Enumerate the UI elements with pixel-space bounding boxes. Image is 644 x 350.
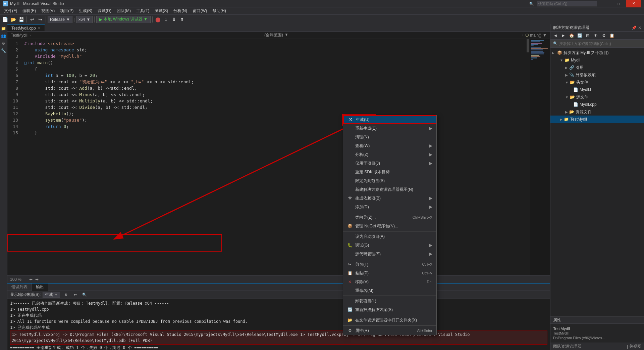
step-out-button[interactable]: ⬆ [178, 16, 186, 23]
context-unload[interactable]: 卸载项目(L) [343, 297, 436, 305]
context-new-view[interactable]: 新建解决方案资源管理器视图(N) [343, 185, 436, 194]
tree-mydll-label: Mydll [571, 58, 580, 62]
context-nuget[interactable]: 📦 管理 NuGet 程序包(N)... [343, 222, 436, 230]
se-home-button[interactable]: 🏠 [568, 32, 575, 39]
tree-external-deps[interactable]: ▶ 📎 外部依赖项 [550, 71, 644, 79]
context-build-deps[interactable]: ⚒ 生成依赖项(B) ▶ [343, 194, 436, 203]
solution-search-input[interactable] [559, 42, 641, 46]
tab-close-icon[interactable]: ✕ [38, 26, 41, 30]
tree-resources[interactable]: ▶ 📂 资源文件 [550, 108, 644, 116]
tree-solution-root[interactable]: ▶ 📦 解决方案'Mydll'(2 个项目) [550, 49, 644, 56]
tree-mydllcpp[interactable]: 📄 Mydll.cpp [550, 101, 644, 108]
solution-explorer-icon[interactable]: 📁 [1, 26, 7, 32]
tree-mydllh[interactable]: 📄 Mydll.h [550, 86, 644, 93]
menu-view[interactable]: 视图(V) [39, 7, 57, 15]
context-set-startup[interactable]: 设为启动项目(A) [343, 232, 436, 241]
team-explorer-icon[interactable]: 👥 [1, 33, 7, 39]
close-button[interactable]: ✕ [626, 0, 641, 7]
step-into-button[interactable]: ⬇ [170, 16, 178, 23]
context-paste[interactable]: 📋 粘贴(P) Ctrl+V [343, 269, 436, 277]
context-sep-1 [343, 212, 436, 212]
context-build[interactable]: ⚒ 生成(U) [343, 115, 436, 124]
breadcrumb-sep2: › [522, 33, 523, 38]
output-source-value: 生成 [45, 292, 53, 298]
menu-help[interactable]: 帮助(H) [210, 7, 229, 15]
tree-testmydll[interactable]: ▶ 📁 TestMydll [550, 116, 644, 123]
context-view[interactable]: 查看(W) ▶ [343, 141, 436, 150]
context-debug[interactable]: 🐛 调试(G) ▶ [343, 241, 436, 250]
window-controls: ─ □ ✕ [595, 0, 641, 7]
scroll-thumb[interactable] [527, 39, 529, 52]
member-selector[interactable]: ⬡ main() ▼ [525, 33, 547, 38]
quick-launch-input[interactable] [537, 1, 597, 6]
se-show-all-button[interactable]: 👁 [592, 32, 599, 39]
context-scope[interactable]: 限定为此范围(S) [343, 176, 436, 185]
class-view-label: 关视图 [629, 344, 641, 349]
toolbox-icon[interactable]: 🔧 [1, 48, 7, 54]
code-editor[interactable]: #include <iostream> using namespace std;… [21, 39, 530, 275]
tree-sources[interactable]: ▼ 📂 源文件 [550, 93, 644, 101]
context-open-folder[interactable]: 📂 在文件资源管理器中打开文件夹(X) [343, 316, 436, 324]
refs-icon: 🔗 [569, 65, 574, 70]
context-clean[interactable]: 清理(N) [343, 133, 436, 141]
menu-team[interactable]: 团队(M) [114, 7, 133, 15]
menu-analyze[interactable]: 分析(N) [171, 7, 190, 15]
se-forward-button[interactable]: ▶ [560, 32, 567, 39]
context-properties[interactable]: ⚙ 属性(R) Alt+Enter [343, 326, 436, 335]
breakpoint-button[interactable]: ⬤ [154, 16, 162, 23]
output-word-wrap-button[interactable]: ⇔ [71, 291, 79, 299]
debug-icon: 🐛 [347, 243, 353, 248]
undo-button[interactable]: ↩ [29, 16, 36, 23]
save-button[interactable]: 💾 [17, 16, 25, 23]
scope-selector[interactable]: (全局范围) ▼ [33, 32, 520, 38]
new-file-button[interactable]: 📄 [1, 16, 9, 23]
tab-output[interactable]: 输出 [32, 283, 48, 291]
tab-error-list[interactable]: 错误列表 [7, 283, 32, 291]
configuration-dropdown[interactable]: Release ▼ [48, 16, 72, 23]
se-back-button[interactable]: ◀ [552, 32, 559, 39]
team-explorer-tab[interactable]: 团队资源管理器 | 关视图 [550, 343, 644, 350]
context-rebuild[interactable]: 重新生成(E) ▶ [343, 124, 436, 133]
context-remove[interactable]: ✕ 移除(V) Del [343, 277, 436, 286]
menu-build[interactable]: 生成(B) [76, 7, 95, 15]
menu-file[interactable]: 文件(F) [1, 7, 20, 15]
output-source-dropdown[interactable]: 生成 ▼ [43, 292, 60, 298]
se-collapse-button[interactable]: ⊟ [584, 32, 591, 39]
se-refresh-button[interactable]: 🔄 [576, 32, 583, 39]
tree-res-label: 资源文件 [576, 109, 592, 115]
open-file-button[interactable]: 📂 [9, 16, 17, 23]
tree-headers[interactable]: ▼ 📂 头文件 [550, 79, 644, 86]
context-class-wizard[interactable]: 类向导(Z)... Ctrl+Shift+X [343, 213, 436, 222]
context-analyze[interactable]: 分析(Z) ▶ [343, 150, 436, 159]
panel-close-icon[interactable]: ✕ [638, 26, 641, 30]
tab-testmydll-cpp[interactable]: TestMydll.cpp ✕ [7, 25, 45, 31]
menu-edit[interactable]: 编辑(E) [20, 7, 39, 15]
tree-references[interactable]: ▶ 🔗 引用 [550, 64, 644, 71]
se-prop-button[interactable]: 📋 [608, 32, 615, 39]
tree-mydll-project[interactable]: ▼ 📁 Mydll [550, 56, 644, 64]
menu-tools[interactable]: 工具(T) [133, 7, 152, 15]
panel-pin-icon[interactable]: 📌 [632, 26, 637, 30]
run-debugger-button[interactable]: ▶ 本地 Windows 调试器 ▼ [96, 16, 151, 23]
context-source-control[interactable]: 源代码管理(S) ▶ [343, 250, 436, 258]
properties-icon[interactable]: ⚙ [1, 40, 7, 46]
step-over-button[interactable]: ⤵ [162, 16, 170, 23]
menu-window[interactable]: 窗口(W) [190, 7, 210, 15]
context-rename[interactable]: 重命名(M) [343, 286, 436, 295]
output-clear-button[interactable]: ⊗ [62, 291, 69, 299]
redo-button[interactable]: ↪ [37, 16, 44, 23]
platform-dropdown[interactable]: x64 ▼ [76, 16, 93, 23]
output-find-button[interactable]: 🔍 [81, 291, 88, 299]
minimize-button[interactable]: ─ [595, 0, 610, 7]
menu-project[interactable]: 项目(P) [57, 7, 76, 15]
context-analyze-label: 分析(Z) [355, 152, 368, 158]
context-cut[interactable]: ✂ 剪切(T) Ctrl+X [343, 260, 436, 269]
se-filter-button[interactable]: ⚙ [600, 32, 607, 39]
maximize-button[interactable]: □ [610, 0, 626, 7]
context-rescan[interactable]: 🔄 重新扫描解决方案(S) [343, 305, 436, 314]
context-add[interactable]: 添加(D) ▶ [343, 203, 436, 211]
context-project-only[interactable]: 仅用于项目(J) ▶ [343, 159, 436, 168]
context-retarget-sdk[interactable]: 重定 SDK 版本目标 [343, 168, 436, 176]
menu-debug[interactable]: 调试(D) [95, 7, 114, 15]
menu-test[interactable]: 测试(S) [152, 7, 171, 15]
